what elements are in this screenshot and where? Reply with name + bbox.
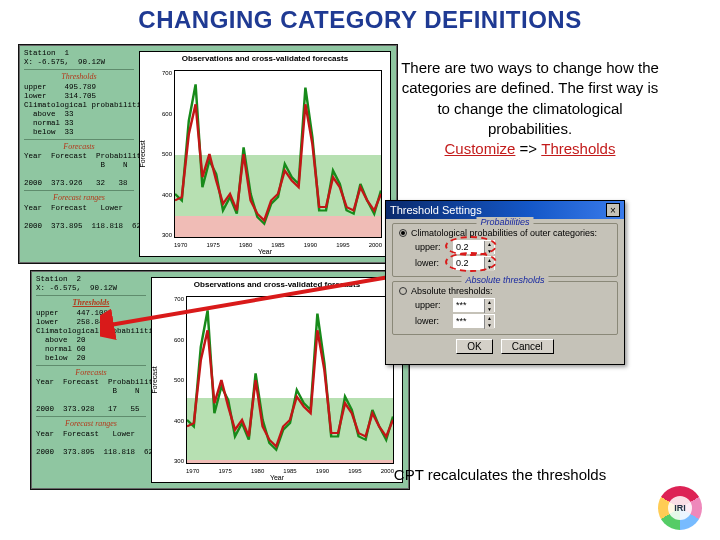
close-icon[interactable]: × (606, 203, 620, 217)
cpt-sidebar-2: Station 2 X: -6.575, 90.12W Thresholds u… (31, 271, 151, 489)
chart-title: Observations and cross-validated forecas… (140, 54, 390, 63)
absolute-group: Absolute thresholds Absolute thresholds:… (392, 281, 618, 335)
coords-line: X: -6.575, 90.12W (24, 58, 134, 67)
field-label: upper: (415, 242, 449, 252)
upper-abs-spinner[interactable]: ▲▼ (453, 298, 495, 312)
radio-label: Climatological probabilities of outer ca… (411, 228, 597, 238)
section-ranges: Forecast ranges (24, 190, 134, 203)
radio-label: Absolute thresholds: (411, 286, 493, 296)
forecasts-block: Year Forecast Probabilities B N A 2000 3… (24, 152, 134, 188)
spin-buttons[interactable]: ▲▼ (484, 315, 494, 327)
dialog-title: Threshold Settings (390, 204, 482, 216)
x-axis-label: Year (140, 248, 390, 255)
ranges-block: Year Forecast Lower Upper 2000 373.895 1… (24, 204, 134, 231)
section-forecasts: Forecasts (36, 365, 146, 378)
plot-area (186, 296, 394, 464)
cpt-window-2: Station 2 X: -6.575, 90.12W Thresholds u… (30, 270, 410, 490)
thresholds-block: upper 495.789 lower 314.705 Climatologic… (24, 83, 134, 137)
lower-prob-spinner[interactable]: ▲▼ (453, 256, 495, 270)
y-ticks: 700600500400300 (170, 296, 184, 464)
chart-panel-2: Observations and cross-validated forecas… (151, 277, 403, 483)
spin-buttons[interactable]: ▲▼ (484, 299, 494, 311)
lower-abs-input[interactable] (454, 315, 484, 327)
section-forecasts: Forecasts (24, 139, 134, 152)
field-label: lower: (415, 258, 449, 268)
ranges-block: Year Forecast Lower Upper 2000 373.895 1… (36, 430, 146, 457)
explain-body: There are two ways to change how the cat… (400, 58, 660, 139)
explain-menu: Customize => Thresholds (400, 139, 660, 159)
group-legend: Probabilities (476, 217, 533, 227)
cpt-sidebar-1: Station 1 X: -6.575, 90.12W Thresholds u… (19, 45, 139, 263)
upper-abs-input[interactable] (454, 299, 484, 311)
group-legend: Absolute thresholds (461, 275, 548, 285)
upper-prob-input[interactable] (454, 241, 484, 253)
upper-abs-row: upper: ▲▼ (415, 298, 611, 312)
lower-abs-row: lower: ▲▼ (415, 314, 611, 328)
x-ticks: 1970197519801985199019952000 (186, 468, 394, 474)
radio-climatological[interactable]: Climatological probabilities of outer ca… (399, 228, 611, 238)
explain-text: There are two ways to change how the cat… (400, 58, 660, 159)
radio-absolute[interactable]: Absolute thresholds: (399, 286, 611, 296)
cancel-button[interactable]: Cancel (501, 339, 554, 354)
threshold-dialog: Threshold Settings × Probabilities Clima… (385, 200, 625, 365)
upper-prob-row: upper: ▲▼ (415, 240, 611, 254)
x-ticks: 1970197519801985199019952000 (174, 242, 382, 248)
y-axis-label: Forecast (151, 366, 158, 393)
menu-customize: Customize (445, 140, 516, 157)
station-line: Station 2 (36, 275, 146, 284)
iri-logo-text: IRI (668, 496, 692, 520)
field-label: upper: (415, 300, 449, 310)
lower-abs-spinner[interactable]: ▲▼ (453, 314, 495, 328)
lower-prob-row: lower: ▲▼ (415, 256, 611, 270)
forecasts-block: Year Forecast Probabilities B N A 2000 3… (36, 378, 146, 414)
probabilities-group: Probabilities Climatological probabiliti… (392, 223, 618, 277)
menu-thresholds: Thresholds (541, 140, 615, 157)
iri-logo: IRI (658, 486, 702, 530)
station-line: Station 1 (24, 49, 134, 58)
section-ranges: Forecast ranges (36, 416, 146, 429)
section-thresholds: Thresholds (36, 295, 146, 308)
spin-buttons[interactable]: ▲▼ (484, 257, 494, 269)
upper-prob-spinner[interactable]: ▲▼ (453, 240, 495, 254)
lower-prob-input[interactable] (454, 257, 484, 269)
cpt-window-1: Station 1 X: -6.575, 90.12W Thresholds u… (18, 44, 398, 264)
field-label: lower: (415, 316, 449, 326)
coords-line: X: -6.575, 90.12W (36, 284, 146, 293)
thresholds-block: upper 447.108 lower 258.848 Climatologic… (36, 309, 146, 363)
x-axis-label: Year (152, 474, 402, 481)
dialog-buttons: OK Cancel (386, 339, 624, 354)
chart-svg (187, 297, 393, 463)
section-thresholds: Thresholds (24, 69, 134, 82)
page-title: CHANGING CATEGORY DEFINITIONS (0, 6, 720, 34)
chart-panel-1: Observations and cross-validated forecas… (139, 51, 391, 257)
plot-area (174, 70, 382, 238)
spin-buttons[interactable]: ▲▼ (484, 241, 494, 253)
ok-button[interactable]: OK (456, 339, 492, 354)
chart-svg (175, 71, 381, 237)
y-ticks: 700600500400300 (158, 70, 172, 238)
chart-title: Observations and cross-validated forecas… (152, 280, 402, 289)
footer-text: CPT recalculates the thresholds (390, 465, 610, 485)
radio-icon[interactable] (399, 229, 407, 237)
radio-icon[interactable] (399, 287, 407, 295)
y-axis-label: Forecast (139, 140, 146, 167)
